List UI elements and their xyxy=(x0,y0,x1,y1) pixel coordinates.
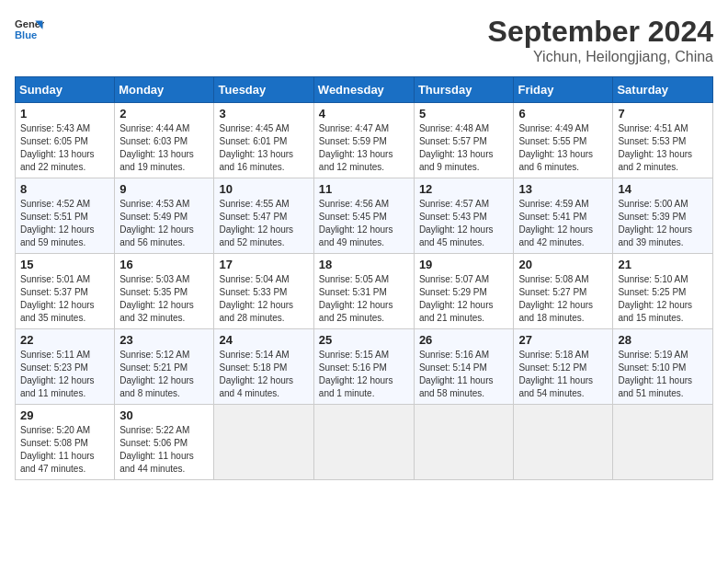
day-info-25: Sunrise: 5:15 AMSunset: 5:16 PMDaylight:… xyxy=(319,349,409,400)
day-number-24: 24 xyxy=(219,333,308,347)
day-number-10: 10 xyxy=(219,182,308,196)
day-number-29: 29 xyxy=(20,408,109,422)
logo-icon: General Blue xyxy=(15,15,44,44)
day-info-18: Sunrise: 5:05 AMSunset: 5:31 PMDaylight:… xyxy=(319,273,409,325)
title-block: September 2024 Yichun, Heilongjiang, Chi… xyxy=(488,15,713,65)
day-info-16: Sunrise: 5:03 AMSunset: 5:35 PMDaylight:… xyxy=(119,273,209,325)
day-number-15: 15 xyxy=(20,258,109,271)
calendar-cell-11: 11Sunrise: 4:56 AMSunset: 5:45 PMDayligh… xyxy=(313,178,414,254)
day-info-29: Sunrise: 5:20 AMSunset: 5:08 PMDaylight:… xyxy=(20,424,109,476)
day-info-5: Sunrise: 4:48 AMSunset: 5:57 PMDaylight:… xyxy=(419,122,509,174)
day-info-4: Sunrise: 4:47 AMSunset: 5:59 PMDaylight:… xyxy=(319,122,409,174)
calendar-cell-24: 24Sunrise: 5:14 AMSunset: 5:18 PMDayligh… xyxy=(214,329,313,405)
day-info-14: Sunrise: 5:00 AMSunset: 5:39 PMDaylight:… xyxy=(618,198,708,249)
calendar-cell-17: 17Sunrise: 5:04 AMSunset: 5:33 PMDayligh… xyxy=(214,254,313,329)
calendar-cell-19: 19Sunrise: 5:07 AMSunset: 5:29 PMDayligh… xyxy=(414,254,514,329)
day-number-16: 16 xyxy=(119,258,209,271)
calendar-cell-6: 6Sunrise: 4:49 AMSunset: 5:55 PMDaylight… xyxy=(514,103,613,178)
day-info-26: Sunrise: 5:16 AMSunset: 5:14 PMDaylight:… xyxy=(419,349,509,400)
calendar-cell-22: 22Sunrise: 5:11 AMSunset: 5:23 PMDayligh… xyxy=(16,329,115,405)
logo: General Blue xyxy=(15,15,44,44)
day-number-3: 3 xyxy=(219,107,308,121)
day-info-22: Sunrise: 5:11 AMSunset: 5:23 PMDaylight:… xyxy=(20,349,109,400)
header-thursday: Thursday xyxy=(414,77,514,103)
calendar-cell-9: 9Sunrise: 4:53 AMSunset: 5:49 PMDaylight… xyxy=(115,178,214,254)
calendar-cell-7: 7Sunrise: 4:51 AMSunset: 5:53 PMDaylight… xyxy=(613,103,713,178)
day-number-11: 11 xyxy=(319,182,409,196)
day-info-13: Sunrise: 4:59 AMSunset: 5:41 PMDaylight:… xyxy=(518,198,608,249)
week-row-5: 29Sunrise: 5:20 AMSunset: 5:08 PMDayligh… xyxy=(16,405,713,480)
calendar-cell-13: 13Sunrise: 4:59 AMSunset: 5:41 PMDayligh… xyxy=(514,178,613,254)
calendar-cell-25: 25Sunrise: 5:15 AMSunset: 5:16 PMDayligh… xyxy=(313,329,414,405)
calendar-cell-30: 30Sunrise: 5:22 AMSunset: 5:06 PMDayligh… xyxy=(115,405,214,480)
day-number-13: 13 xyxy=(518,182,608,196)
day-number-12: 12 xyxy=(419,182,509,196)
calendar-cell-empty xyxy=(414,405,514,480)
day-number-27: 27 xyxy=(518,333,608,347)
day-number-9: 9 xyxy=(119,182,209,196)
day-info-24: Sunrise: 5:14 AMSunset: 5:18 PMDaylight:… xyxy=(219,349,308,400)
day-info-23: Sunrise: 5:12 AMSunset: 5:21 PMDaylight:… xyxy=(119,349,209,400)
calendar-cell-26: 26Sunrise: 5:16 AMSunset: 5:14 PMDayligh… xyxy=(414,329,514,405)
calendar-cell-2: 2Sunrise: 4:44 AMSunset: 6:03 PMDaylight… xyxy=(115,103,214,178)
day-info-12: Sunrise: 4:57 AMSunset: 5:43 PMDaylight:… xyxy=(419,198,509,249)
day-info-1: Sunrise: 5:43 AMSunset: 6:05 PMDaylight:… xyxy=(20,122,109,174)
week-row-3: 15Sunrise: 5:01 AMSunset: 5:37 PMDayligh… xyxy=(16,254,713,329)
day-number-2: 2 xyxy=(119,107,209,121)
day-info-17: Sunrise: 5:04 AMSunset: 5:33 PMDaylight:… xyxy=(219,273,308,325)
header-tuesday: Tuesday xyxy=(214,77,313,103)
day-number-30: 30 xyxy=(119,408,209,422)
calendar-cell-5: 5Sunrise: 4:48 AMSunset: 5:57 PMDaylight… xyxy=(414,103,514,178)
week-row-1: 1Sunrise: 5:43 AMSunset: 6:05 PMDaylight… xyxy=(16,103,713,178)
header-monday: Monday xyxy=(115,77,214,103)
day-info-20: Sunrise: 5:08 AMSunset: 5:27 PMDaylight:… xyxy=(518,273,608,325)
day-number-28: 28 xyxy=(618,333,708,347)
day-number-6: 6 xyxy=(518,107,608,121)
calendar-cell-15: 15Sunrise: 5:01 AMSunset: 5:37 PMDayligh… xyxy=(16,254,115,329)
calendar-cell-16: 16Sunrise: 5:03 AMSunset: 5:35 PMDayligh… xyxy=(115,254,214,329)
day-info-3: Sunrise: 4:45 AMSunset: 6:01 PMDaylight:… xyxy=(219,122,308,174)
header-wednesday: Wednesday xyxy=(313,77,414,103)
week-row-4: 22Sunrise: 5:11 AMSunset: 5:23 PMDayligh… xyxy=(16,329,713,405)
calendar-cell-28: 28Sunrise: 5:19 AMSunset: 5:10 PMDayligh… xyxy=(613,329,713,405)
month-year: September 2024 xyxy=(488,15,713,49)
location: Yichun, Heilongjiang, China xyxy=(488,49,713,65)
day-number-1: 1 xyxy=(20,107,109,121)
day-info-30: Sunrise: 5:22 AMSunset: 5:06 PMDaylight:… xyxy=(119,424,209,476)
day-info-8: Sunrise: 4:52 AMSunset: 5:51 PMDaylight:… xyxy=(20,198,109,249)
day-number-26: 26 xyxy=(419,333,509,347)
calendar-cell-18: 18Sunrise: 5:05 AMSunset: 5:31 PMDayligh… xyxy=(313,254,414,329)
day-number-14: 14 xyxy=(618,182,708,196)
calendar-cell-3: 3Sunrise: 4:45 AMSunset: 6:01 PMDaylight… xyxy=(214,103,313,178)
day-number-18: 18 xyxy=(319,258,409,271)
calendar-cell-23: 23Sunrise: 5:12 AMSunset: 5:21 PMDayligh… xyxy=(115,329,214,405)
day-number-25: 25 xyxy=(319,333,409,347)
calendar-cell-20: 20Sunrise: 5:08 AMSunset: 5:27 PMDayligh… xyxy=(514,254,613,329)
calendar-cell-29: 29Sunrise: 5:20 AMSunset: 5:08 PMDayligh… xyxy=(16,405,115,480)
day-number-22: 22 xyxy=(20,333,109,347)
calendar-cell-empty xyxy=(313,405,414,480)
day-info-28: Sunrise: 5:19 AMSunset: 5:10 PMDaylight:… xyxy=(618,349,708,400)
day-number-17: 17 xyxy=(219,258,308,271)
day-info-10: Sunrise: 4:55 AMSunset: 5:47 PMDaylight:… xyxy=(219,198,308,249)
day-info-2: Sunrise: 4:44 AMSunset: 6:03 PMDaylight:… xyxy=(119,122,209,174)
weekday-header-row: Sunday Monday Tuesday Wednesday Thursday… xyxy=(16,77,713,103)
svg-text:Blue: Blue xyxy=(15,29,37,40)
day-number-7: 7 xyxy=(618,107,708,121)
calendar-cell-empty xyxy=(613,405,713,480)
day-info-19: Sunrise: 5:07 AMSunset: 5:29 PMDaylight:… xyxy=(419,273,509,325)
day-info-6: Sunrise: 4:49 AMSunset: 5:55 PMDaylight:… xyxy=(518,122,608,174)
calendar-cell-empty xyxy=(514,405,613,480)
day-info-15: Sunrise: 5:01 AMSunset: 5:37 PMDaylight:… xyxy=(20,273,109,325)
calendar-cell-12: 12Sunrise: 4:57 AMSunset: 5:43 PMDayligh… xyxy=(414,178,514,254)
calendar-cell-27: 27Sunrise: 5:18 AMSunset: 5:12 PMDayligh… xyxy=(514,329,613,405)
day-number-5: 5 xyxy=(419,107,509,121)
header-sunday: Sunday xyxy=(16,77,115,103)
day-number-23: 23 xyxy=(119,333,209,347)
day-number-20: 20 xyxy=(518,258,608,271)
week-row-2: 8Sunrise: 4:52 AMSunset: 5:51 PMDaylight… xyxy=(16,178,713,254)
day-info-21: Sunrise: 5:10 AMSunset: 5:25 PMDaylight:… xyxy=(618,273,708,325)
calendar-cell-14: 14Sunrise: 5:00 AMSunset: 5:39 PMDayligh… xyxy=(613,178,713,254)
calendar-cell-10: 10Sunrise: 4:55 AMSunset: 5:47 PMDayligh… xyxy=(214,178,313,254)
header-friday: Friday xyxy=(514,77,613,103)
